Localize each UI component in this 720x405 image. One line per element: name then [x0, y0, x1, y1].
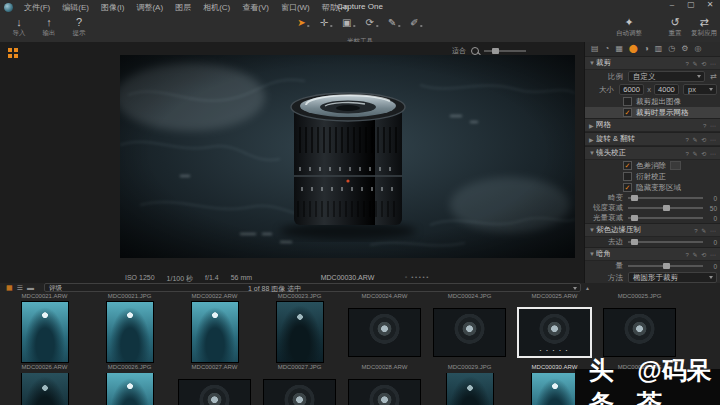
auto-adjust-button[interactable]: ✦ 自动调整	[610, 16, 648, 37]
heal-tool-icon[interactable]: ✎	[388, 16, 400, 29]
section-actions-icons[interactable]: ? ✎ ⟲ ⋯	[686, 136, 717, 143]
vignette-method-dropdown[interactable]: 椭圆形于裁剪	[628, 272, 717, 283]
menu-edit[interactable]: 编辑(E)	[56, 2, 95, 13]
rating-stars[interactable]: • • • • •	[519, 348, 590, 353]
checkbox-checked-icon[interactable]: ✓	[623, 161, 632, 170]
crop-height-input[interactable]: 4000	[654, 84, 679, 95]
menu-view[interactable]: 查看(V)	[236, 2, 275, 13]
zoom-slider[interactable]	[484, 50, 526, 52]
pager-dots-icon[interactable]: • • • • •	[411, 274, 428, 280]
sort-dropdown[interactable]: 评级	[44, 283, 581, 292]
viewer-pager[interactable]: ▫ • • • • •	[405, 274, 428, 280]
pan-tool-icon[interactable]: ✛	[320, 16, 332, 29]
thumbnail[interactable]	[8, 301, 81, 363]
thumbnail[interactable]	[433, 373, 506, 405]
import-button[interactable]: ↓ 导入	[4, 16, 34, 37]
pager-box-icon[interactable]: ▫	[405, 274, 407, 280]
sort-direction-icon[interactable]: ▲	[585, 285, 590, 291]
section-vignetting[interactable]: ▼ 暗角 ? ✎ ⟲ ⋯	[585, 247, 720, 261]
thumbnail[interactable]	[263, 301, 336, 363]
maximize-button[interactable]: ▢	[685, 0, 697, 9]
crop-option-1[interactable]: 裁剪超出图像	[585, 96, 720, 107]
brush-tool-icon[interactable]: ✐	[410, 16, 422, 29]
layout-grid-icon[interactable]	[8, 48, 18, 58]
checkbox-icon[interactable]	[623, 97, 632, 106]
sharpness-falloff-slider[interactable]	[628, 207, 703, 209]
section-actions-icons[interactable]: ? ✎ ⟲ ⋯	[686, 251, 717, 258]
tab-lens-icon[interactable]: ⬤	[629, 44, 638, 54]
menu-adjust[interactable]: 调整(A)	[130, 2, 169, 13]
swap-ratio-icon[interactable]: ⇄	[710, 72, 717, 81]
tab-batch-icon[interactable]: ◷	[668, 44, 675, 54]
defringe-slider[interactable]	[628, 241, 703, 243]
lens-check-diffraction[interactable]: 衍射校正	[585, 171, 720, 182]
distortion-slider[interactable]	[628, 197, 703, 199]
watermark-handle: @码呆茶	[637, 354, 720, 405]
thumbnail[interactable]	[93, 301, 166, 363]
tips-button[interactable]: ? 提示	[64, 16, 94, 37]
vignette-amount-label: 量	[589, 261, 628, 271]
checkbox-icon[interactable]	[623, 172, 632, 181]
thumbnail-selected[interactable]: • • • • •	[518, 301, 591, 363]
tool-tabs: ▤ ◔ ▦ ⬤ ◑ ▥ ◷ ⚙ ◎	[585, 42, 720, 56]
list-view-icon[interactable]: ☰	[17, 283, 23, 292]
section-actions-icons[interactable]: ? ✎ ⟲ ⋯	[686, 60, 717, 67]
crop-width-input[interactable]: 6000	[619, 84, 644, 95]
tab-capture-icon[interactable]: ◔	[605, 44, 610, 54]
section-actions-icons[interactable]: ? ⋯	[703, 122, 717, 129]
section-crop[interactable]: ▼ 裁剪 ? ✎ ⟲ ⋯	[585, 56, 720, 70]
tab-color-icon[interactable]: ◑	[644, 44, 649, 54]
crop-option-2[interactable]: ✓ 裁剪时显示网格	[585, 107, 720, 118]
thumbnail[interactable]	[178, 373, 251, 405]
chevron-down-icon: ▼	[589, 251, 596, 257]
thumbnail[interactable]	[93, 373, 166, 405]
section-rotate-flip[interactable]: ▶ 旋转 & 翻转 ? ✎ ⟲ ⋯	[585, 132, 720, 146]
grid-view-icon[interactable]: ▦	[6, 283, 13, 292]
section-lens-correction[interactable]: ▼ 镜头校正 ? ✎ ⟲ ⋯	[585, 146, 720, 160]
copy-apply-button[interactable]: ⇄ 复制应用	[688, 16, 720, 37]
section-purple-fringing[interactable]: ▼ 紫色边缘压制 ? ✎ ⋯	[585, 223, 720, 237]
thumbnail[interactable]	[178, 301, 251, 363]
menu-camera[interactable]: 相机(C)	[197, 2, 236, 13]
crop-tool-icon[interactable]: ▣	[342, 16, 355, 29]
minimize-button[interactable]: –	[666, 0, 678, 9]
checkbox-checked-icon[interactable]: ✓	[623, 183, 632, 192]
ratio-dropdown[interactable]: 自定义	[628, 71, 705, 82]
tab-exposure-icon[interactable]: ▦	[615, 44, 623, 54]
export-button[interactable]: ↑ 输出	[34, 16, 64, 37]
menu-layer[interactable]: 图层	[169, 2, 197, 13]
light-falloff-slider[interactable]	[628, 217, 703, 219]
tab-output-icon[interactable]: ◎	[694, 44, 701, 54]
thumbnail[interactable]	[348, 373, 421, 405]
lens-check-hide-distortion[interactable]: ✓ 隐藏变形区域	[585, 182, 720, 193]
vignette-method-label: 方法	[589, 273, 628, 283]
vignette-amount-slider[interactable]	[628, 265, 703, 267]
section-actions-icons[interactable]: ? ✎ ⋯	[694, 227, 717, 234]
thumbnail[interactable]	[8, 373, 81, 405]
close-button[interactable]: ✕	[704, 0, 716, 9]
size-label: 大小	[589, 85, 619, 95]
tab-settings-icon[interactable]: ⚙	[681, 44, 688, 54]
thumbnail[interactable]	[348, 301, 421, 363]
select-tool-icon[interactable]: ➤	[297, 16, 309, 29]
unit-dropdown[interactable]: px	[683, 84, 717, 95]
thumbnail[interactable]	[263, 373, 336, 405]
menu-image[interactable]: 图像(I)	[95, 2, 131, 13]
menu-file[interactable]: 文件(F)	[18, 2, 56, 13]
filmstrip-view-icon[interactable]: ▬	[27, 283, 34, 292]
file-label: MDC00024.JPG	[433, 293, 506, 299]
section-actions-icons[interactable]: ? ✎ ⟲ ⋯	[686, 150, 717, 157]
lens-check-chromatic[interactable]: ✓ 色差消除	[585, 160, 720, 171]
chevron-down-icon: ▼	[589, 60, 596, 66]
reset-button[interactable]: ↺ 重置	[662, 16, 688, 37]
tab-library-icon[interactable]: ▤	[591, 44, 599, 54]
lens-profile-chip[interactable]	[670, 161, 681, 170]
section-grid[interactable]: ▶ 网格 ? ⋯	[585, 118, 720, 132]
thumbnail[interactable]	[433, 301, 506, 363]
rotate-tool-icon[interactable]: ⟳	[366, 16, 378, 29]
watermark: 头条 @码呆茶	[575, 369, 720, 405]
tab-details-icon[interactable]: ▥	[655, 44, 663, 54]
checkbox-checked-icon[interactable]: ✓	[623, 108, 632, 117]
defringe-label: 去边	[589, 237, 628, 247]
menu-window[interactable]: 窗口(W)	[275, 2, 316, 13]
